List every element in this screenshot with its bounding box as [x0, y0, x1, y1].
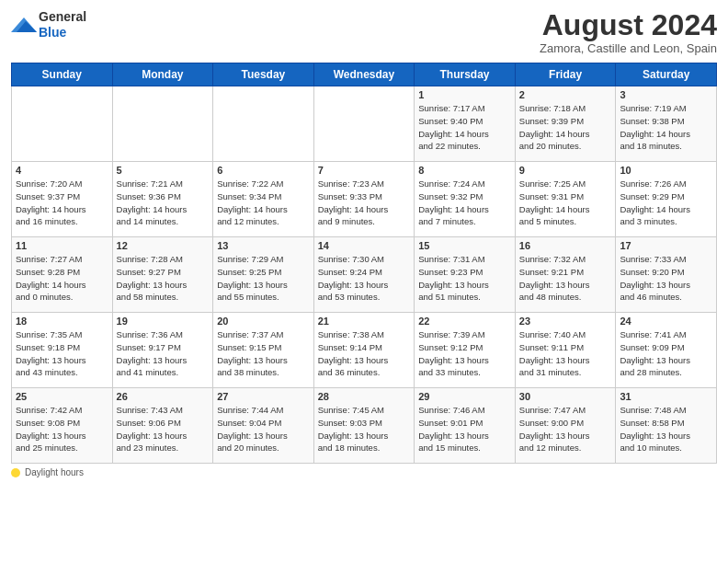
day-number: 14: [318, 240, 411, 251]
day-number: 18: [16, 316, 108, 327]
calendar-cell: 3Sunrise: 7:19 AM Sunset: 9:38 PM Daylig…: [616, 86, 717, 162]
calendar-cell: 18Sunrise: 7:35 AM Sunset: 9:18 PM Dayli…: [12, 313, 113, 388]
day-number: 9: [519, 165, 612, 176]
day-number: 26: [117, 391, 210, 402]
day-number: 7: [318, 165, 411, 176]
day-number: 25: [16, 391, 108, 402]
day-header-monday: Monday: [112, 63, 213, 86]
day-number: 13: [217, 240, 310, 251]
day-info: Sunrise: 7:35 AM Sunset: 9:18 PM Dayligh…: [16, 328, 108, 379]
location-subtitle: Zamora, Castille and Leon, Spain: [540, 41, 717, 55]
logo-icon: [11, 14, 37, 36]
calendar-cell: 2Sunrise: 7:18 AM Sunset: 9:39 PM Daylig…: [515, 86, 616, 162]
day-number: 10: [620, 165, 712, 176]
day-info: Sunrise: 7:47 AM Sunset: 9:00 PM Dayligh…: [519, 404, 612, 454]
day-number: 4: [16, 165, 108, 176]
day-info: Sunrise: 7:18 AM Sunset: 9:39 PM Dayligh…: [519, 102, 612, 153]
calendar-cell: 8Sunrise: 7:24 AM Sunset: 9:32 PM Daylig…: [415, 162, 516, 237]
calendar-cell: 17Sunrise: 7:33 AM Sunset: 9:20 PM Dayli…: [616, 237, 717, 313]
day-info: Sunrise: 7:25 AM Sunset: 9:31 PM Dayligh…: [519, 178, 612, 228]
day-info: Sunrise: 7:32 AM Sunset: 9:21 PM Dayligh…: [519, 253, 612, 304]
day-info: Sunrise: 7:22 AM Sunset: 9:34 PM Dayligh…: [217, 178, 310, 228]
day-header-wednesday: Wednesday: [313, 63, 415, 86]
calendar-table: SundayMondayTuesdayWednesdayThursdayFrid…: [11, 63, 717, 464]
week-row-3: 11Sunrise: 7:27 AM Sunset: 9:28 PM Dayli…: [12, 237, 717, 313]
day-info: Sunrise: 7:23 AM Sunset: 9:33 PM Dayligh…: [318, 178, 411, 228]
day-number: 30: [519, 391, 612, 402]
day-number: 24: [620, 316, 712, 327]
calendar-body: 1Sunrise: 7:17 AM Sunset: 9:40 PM Daylig…: [12, 86, 717, 464]
day-number: 28: [318, 391, 411, 402]
logo-blue: Blue: [39, 25, 86, 40]
calendar-cell: 29Sunrise: 7:46 AM Sunset: 9:01 PM Dayli…: [415, 388, 516, 464]
calendar-cell: 10Sunrise: 7:26 AM Sunset: 9:29 PM Dayli…: [616, 162, 717, 237]
calendar-cell: 14Sunrise: 7:30 AM Sunset: 9:24 PM Dayli…: [313, 237, 415, 313]
day-info: Sunrise: 7:46 AM Sunset: 9:01 PM Dayligh…: [418, 404, 511, 454]
week-row-2: 4Sunrise: 7:20 AM Sunset: 9:37 PM Daylig…: [12, 162, 717, 237]
day-info: Sunrise: 7:37 AM Sunset: 9:15 PM Dayligh…: [217, 328, 310, 379]
calendar-cell: [313, 86, 415, 162]
day-info: Sunrise: 7:39 AM Sunset: 9:12 PM Dayligh…: [418, 328, 511, 379]
calendar-cell: 28Sunrise: 7:45 AM Sunset: 9:03 PM Dayli…: [313, 388, 415, 464]
day-number: 15: [418, 240, 511, 251]
calendar-cell: 27Sunrise: 7:44 AM Sunset: 9:04 PM Dayli…: [213, 388, 314, 464]
calendar-cell: 23Sunrise: 7:40 AM Sunset: 9:11 PM Dayli…: [515, 313, 616, 388]
day-header-thursday: Thursday: [415, 63, 516, 86]
week-row-1: 1Sunrise: 7:17 AM Sunset: 9:40 PM Daylig…: [12, 86, 717, 162]
day-number: 6: [217, 165, 310, 176]
day-info: Sunrise: 7:48 AM Sunset: 8:58 PM Dayligh…: [620, 404, 712, 454]
day-number: 5: [117, 165, 210, 176]
day-info: Sunrise: 7:26 AM Sunset: 9:29 PM Dayligh…: [620, 178, 712, 228]
day-number: 16: [519, 240, 612, 251]
day-info: Sunrise: 7:40 AM Sunset: 9:11 PM Dayligh…: [519, 328, 612, 379]
calendar-cell: [112, 86, 213, 162]
logo: General Blue: [11, 9, 86, 40]
day-info: Sunrise: 7:24 AM Sunset: 9:32 PM Dayligh…: [418, 178, 511, 228]
day-info: Sunrise: 7:45 AM Sunset: 9:03 PM Dayligh…: [318, 404, 411, 454]
day-number: 20: [217, 316, 310, 327]
calendar-header: SundayMondayTuesdayWednesdayThursdayFrid…: [12, 63, 717, 86]
calendar-cell: 6Sunrise: 7:22 AM Sunset: 9:34 PM Daylig…: [213, 162, 314, 237]
calendar-cell: 20Sunrise: 7:37 AM Sunset: 9:15 PM Dayli…: [213, 313, 314, 388]
calendar-cell: 31Sunrise: 7:48 AM Sunset: 8:58 PM Dayli…: [616, 388, 717, 464]
day-number: 3: [620, 89, 712, 100]
day-info: Sunrise: 7:33 AM Sunset: 9:20 PM Dayligh…: [620, 253, 712, 304]
day-number: 19: [117, 316, 210, 327]
calendar-cell: 13Sunrise: 7:29 AM Sunset: 9:25 PM Dayli…: [213, 237, 314, 313]
day-number: 8: [418, 165, 511, 176]
day-number: 12: [117, 240, 210, 251]
day-info: Sunrise: 7:17 AM Sunset: 9:40 PM Dayligh…: [418, 102, 511, 153]
day-number: 31: [620, 391, 712, 402]
calendar-cell: 9Sunrise: 7:25 AM Sunset: 9:31 PM Daylig…: [515, 162, 616, 237]
calendar-cell: [213, 86, 314, 162]
day-number: 11: [16, 240, 108, 251]
calendar-cell: [12, 86, 113, 162]
calendar-cell: 30Sunrise: 7:47 AM Sunset: 9:00 PM Dayli…: [515, 388, 616, 464]
day-header-friday: Friday: [515, 63, 616, 86]
day-info: Sunrise: 7:36 AM Sunset: 9:17 PM Dayligh…: [117, 328, 210, 379]
day-info: Sunrise: 7:31 AM Sunset: 9:23 PM Dayligh…: [418, 253, 511, 304]
day-number: 21: [318, 316, 411, 327]
day-number: 23: [519, 316, 612, 327]
calendar-cell: 22Sunrise: 7:39 AM Sunset: 9:12 PM Dayli…: [415, 313, 516, 388]
calendar-cell: 11Sunrise: 7:27 AM Sunset: 9:28 PM Dayli…: [12, 237, 113, 313]
day-header-saturday: Saturday: [616, 63, 717, 86]
day-info: Sunrise: 7:43 AM Sunset: 9:06 PM Dayligh…: [117, 404, 210, 454]
calendar-cell: 7Sunrise: 7:23 AM Sunset: 9:33 PM Daylig…: [313, 162, 415, 237]
week-row-4: 18Sunrise: 7:35 AM Sunset: 9:18 PM Dayli…: [12, 313, 717, 388]
day-info: Sunrise: 7:27 AM Sunset: 9:28 PM Dayligh…: [16, 253, 108, 304]
calendar-cell: 21Sunrise: 7:38 AM Sunset: 9:14 PM Dayli…: [313, 313, 415, 388]
calendar-cell: 24Sunrise: 7:41 AM Sunset: 9:09 PM Dayli…: [616, 313, 717, 388]
day-number: 17: [620, 240, 712, 251]
day-number: 27: [217, 391, 310, 402]
title-block: August 2024 Zamora, Castille and Leon, S…: [540, 9, 717, 55]
day-number: 29: [418, 391, 511, 402]
day-info: Sunrise: 7:41 AM Sunset: 9:09 PM Dayligh…: [620, 328, 712, 379]
day-info: Sunrise: 7:30 AM Sunset: 9:24 PM Dayligh…: [318, 253, 411, 304]
day-info: Sunrise: 7:42 AM Sunset: 9:08 PM Dayligh…: [16, 404, 108, 454]
daylight-legend: Daylight hours: [11, 467, 84, 477]
day-info: Sunrise: 7:21 AM Sunset: 9:36 PM Dayligh…: [117, 178, 210, 228]
day-header-row: SundayMondayTuesdayWednesdayThursdayFrid…: [12, 63, 717, 86]
page-header: General Blue August 2024 Zamora, Castill…: [11, 9, 717, 55]
logo-general: General: [39, 9, 86, 25]
